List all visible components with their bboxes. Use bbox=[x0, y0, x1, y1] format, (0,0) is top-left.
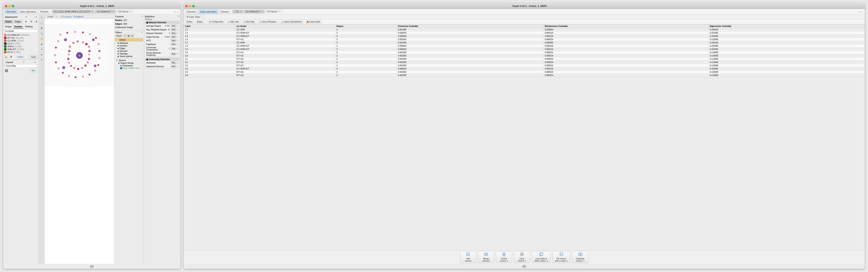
tab-csi-nexus[interactable]: CSI Nexus ✕ bbox=[116, 10, 133, 13]
avg-weighted-info[interactable]: ℹ bbox=[177, 29, 178, 31]
ranking-tab[interactable]: Ranking bbox=[24, 25, 34, 28]
edges-btn-data[interactable]: Edges bbox=[195, 20, 204, 24]
edge-icon[interactable]: ↗ bbox=[39, 47, 44, 52]
filter-ctrl-3[interactable]: Aa bbox=[131, 34, 134, 37]
fill-column-btn[interactable]: Fill columnwith a value ∨ bbox=[552, 251, 570, 263]
copy-column-btn[interactable]: Copy data toother column ∨ bbox=[532, 251, 551, 263]
close-btn-right[interactable] bbox=[185, 5, 188, 7]
filter-topology[interactable]: ▶ Topology bbox=[117, 52, 143, 55]
overview-btn-right[interactable]: Overview bbox=[185, 9, 198, 14]
table-row[interactable]: 1.5CC+SFM+ICT30.5060240.0001320.155382 bbox=[184, 35, 865, 38]
circle-icon[interactable]: ● bbox=[24, 20, 28, 24]
maximize-btn[interactable] bbox=[12, 5, 14, 7]
tab-close-ccsfm-r[interactable]: ✕ bbox=[261, 10, 263, 12]
node-icon[interactable]: ● bbox=[39, 52, 44, 57]
cluster-dropdown-wrap[interactable]: csi cluster bbox=[4, 29, 38, 33]
filter-edges[interactable]: ▶ Edges bbox=[117, 47, 143, 50]
partition-tab[interactable]: Partition bbox=[13, 25, 24, 28]
tab-close-cc1[interactable]: ✕ bbox=[91, 10, 93, 12]
run-btn[interactable]: Run bbox=[30, 69, 37, 72]
table-row[interactable]: 2.4CC+SFM+ICT30.5060240.0001320.155382 bbox=[184, 48, 865, 51]
degree-range-item[interactable]: ▶ Degree Range bbox=[118, 62, 143, 64]
layout-select[interactable]: Force Atlas bbox=[5, 64, 37, 68]
tab-close-t4[interactable]: ✕ bbox=[240, 10, 242, 12]
stats-close[interactable]: ✕ bbox=[178, 15, 180, 18]
apply-btn[interactable]: Apply bbox=[29, 55, 38, 59]
col-closeness[interactable]: Closeness Centrality bbox=[397, 25, 544, 28]
pagerank-run[interactable]: Run bbox=[170, 43, 177, 46]
minimize-btn-right[interactable] bbox=[189, 5, 191, 7]
table-row[interactable]: 3.6ICT+CC20.5019920.0000140.116569 bbox=[184, 74, 865, 77]
graph-tab[interactable]: Graph bbox=[46, 15, 55, 18]
data-table-container[interactable]: Label csi cluster Degree Closeness Centr… bbox=[184, 24, 865, 250]
avg-weighted-run[interactable]: Run bbox=[170, 28, 177, 31]
search-replace-btn[interactable]: 🔍 Search/Replace bbox=[257, 20, 278, 24]
data-lab-btn-right[interactable]: Data Laboratory bbox=[198, 9, 218, 14]
merge-columns-btn[interactable]: Mergecolumns bbox=[478, 251, 494, 263]
preview-btn-left[interactable]: Preview bbox=[38, 9, 50, 14]
tab-cc1[interactable]: CC1-CC4_SFM1-SFM-4_ICT1-ICT4 ✕ bbox=[52, 10, 94, 13]
data-table-tab-close[interactable]: ✕ bbox=[201, 16, 203, 18]
delete-column-btn[interactable]: Deletecolumn ∨ bbox=[496, 251, 512, 263]
text-icon[interactable]: A bbox=[34, 20, 38, 24]
modularity-run[interactable]: Run bbox=[170, 61, 177, 64]
params-item[interactable]: ▶ Parameters bbox=[120, 64, 143, 67]
info-icon[interactable]: i bbox=[5, 69, 8, 72]
add-node-btn[interactable]: ⊕ Add node bbox=[226, 20, 241, 24]
lock-icon[interactable]: 🔒 bbox=[4, 55, 8, 59]
connected-info[interactable]: ℹ bbox=[177, 48, 178, 50]
add-column-btn[interactable]: Addcolumn bbox=[460, 251, 476, 263]
text2-icon[interactable]: T bbox=[39, 58, 44, 62]
table-row[interactable]: 3.3CC+SFM+ICT30.5060240.0001320.155382 bbox=[184, 67, 865, 70]
table-row[interactable]: 1.1CC+SFM20.5019920.0000530.100143 bbox=[184, 28, 865, 31]
clear-column-btn[interactable]: Clearcolumn ∨ bbox=[514, 251, 530, 263]
avg-degree-info[interactable]: ℹ bbox=[177, 25, 178, 27]
net-diam-run[interactable]: Run bbox=[170, 32, 177, 35]
filter-attributes[interactable]: ▶ Attributes bbox=[117, 42, 143, 44]
graph-density-info[interactable]: ℹ bbox=[177, 36, 178, 38]
hits-run[interactable]: Run bbox=[170, 39, 177, 42]
configure-link[interactable]: (Configure) bbox=[73, 16, 83, 18]
overview-btn-left[interactable]: Overview bbox=[4, 9, 18, 14]
table-row[interactable]: 2.aICT+CC20.5019920.0000140.116569 bbox=[184, 54, 865, 57]
edges-tab[interactable]: Edges bbox=[13, 20, 22, 24]
table-row[interactable]: 2.5ICT+CC20.5019920.0000140.116569 bbox=[184, 51, 865, 54]
appearance-close[interactable]: ✕ bbox=[26, 16, 27, 18]
hand-icon[interactable]: 🤚 bbox=[39, 36, 44, 41]
graph-density-run[interactable]: Run bbox=[170, 35, 177, 38]
cursor-icon[interactable]: ↖ bbox=[39, 15, 44, 20]
rectangle-select-icon[interactable]: ⬚ bbox=[39, 21, 44, 25]
unique-tab[interactable]: Unique bbox=[4, 25, 12, 28]
col-betweenness[interactable]: Betweenness Centrality bbox=[544, 25, 708, 28]
table-row[interactable]: 1.3CC+SFM+ICT30.5060240.0001320.155382 bbox=[184, 31, 865, 35]
appearance-collapse[interactable]: — bbox=[35, 16, 37, 18]
col-eigenvector[interactable]: Eigenvector Centrality bbox=[708, 25, 865, 28]
tab-cc-sfm[interactable]: CC+SFM+ICT ✕ bbox=[95, 10, 116, 13]
table-row[interactable]: 3.1ICT+CC20.5019920.0000140.116569 bbox=[184, 61, 865, 64]
library-folder[interactable]: 📁 Library bbox=[115, 38, 143, 41]
filter-dynamic[interactable]: ▶ Dynamic bbox=[117, 44, 143, 47]
layout-collapse[interactable]: — bbox=[34, 61, 36, 63]
girvan-run[interactable]: Run bbox=[170, 53, 177, 55]
add-edge-btn[interactable]: ⊕ Add edge bbox=[242, 20, 256, 24]
filter-saved[interactable]: ▶ Saved queries bbox=[117, 55, 143, 58]
data-lab-btn-left[interactable]: Data Laboratory bbox=[18, 9, 38, 14]
data-table-tab[interactable]: ⊞ Data Table ✕ bbox=[185, 15, 205, 19]
table-row[interactable]: 1.bICT+CC20.5019920.0000140.116569 bbox=[184, 38, 865, 41]
tab-csi-r[interactable]: CSI Nexus ✕ bbox=[265, 10, 282, 13]
avg-degree-run[interactable]: Run bbox=[170, 25, 177, 27]
nodes-btn-data[interactable]: Nodes bbox=[185, 20, 194, 24]
zoom-icon[interactable]: 🔍 bbox=[39, 31, 44, 36]
minimize-btn[interactable] bbox=[8, 5, 11, 7]
import-spreadsheet-btn[interactable]: 📊 Import Spreadsheet bbox=[279, 20, 304, 24]
net-diam-info[interactable]: ℹ bbox=[177, 32, 178, 34]
table-row[interactable]: 3.4ICT+CC20.5019920.0000140.116569 bbox=[184, 70, 865, 74]
tab-close-csi-r[interactable]: ✕ bbox=[279, 10, 280, 12]
refresh-icon[interactable]: ↺ bbox=[29, 20, 33, 24]
tab-close-ccsfm[interactable]: ✕ bbox=[112, 10, 114, 12]
filter-ctrl-1[interactable]: □ bbox=[123, 34, 127, 37]
close-btn[interactable] bbox=[5, 5, 7, 7]
hits-info[interactable]: ℹ bbox=[177, 39, 178, 42]
export-table-btn[interactable]: 📤 Export table bbox=[305, 20, 322, 24]
table-row[interactable]: 3.2ICT+CC20.5019920.0000140.116569 bbox=[184, 64, 865, 67]
